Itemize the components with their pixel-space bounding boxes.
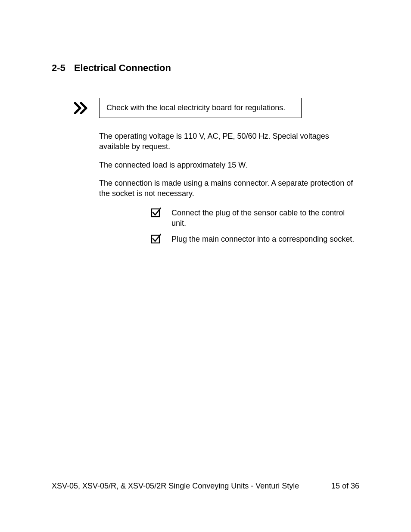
section-heading: 2-5 Electrical Connection [52,62,359,74]
paragraph: The connected load is approximately 15 W… [99,160,359,170]
footer-title: XSV-05, XSV-05/R, & XSV-05/2R Single Con… [52,482,314,491]
section-number: 2-5 [52,62,65,74]
notice-row: Check with the local electricity board f… [52,98,359,118]
notice-text: Check with the local electricity board f… [106,103,285,112]
paragraph: The connection is made using a mains con… [99,178,359,199]
footer-page-number: 15 of 36 [331,482,359,491]
attention-icon [73,102,90,114]
check-text: Connect the plug of the sensor cable to … [171,208,359,228]
paragraph: The operating voltage is 110 V, AC, PE, … [99,131,359,152]
check-text: Plug the main connector into a correspon… [171,234,354,244]
body-block: The operating voltage is 110 V, AC, PE, … [99,131,359,246]
page-footer: XSV-05, XSV-05/R, & XSV-05/2R Single Con… [52,482,359,491]
section-title: Electrical Connection [74,62,171,73]
check-item: Plug the main connector into a correspon… [151,234,359,246]
notice-box: Check with the local electricity board f… [99,98,302,118]
check-list: Connect the plug of the sensor cable to … [151,208,359,246]
document-page: 2-5 Electrical Connection Check with the… [0,0,411,246]
checkbox-checked-icon [151,233,163,246]
checkbox-checked-icon [151,207,163,220]
check-item: Connect the plug of the sensor cable to … [151,208,359,228]
